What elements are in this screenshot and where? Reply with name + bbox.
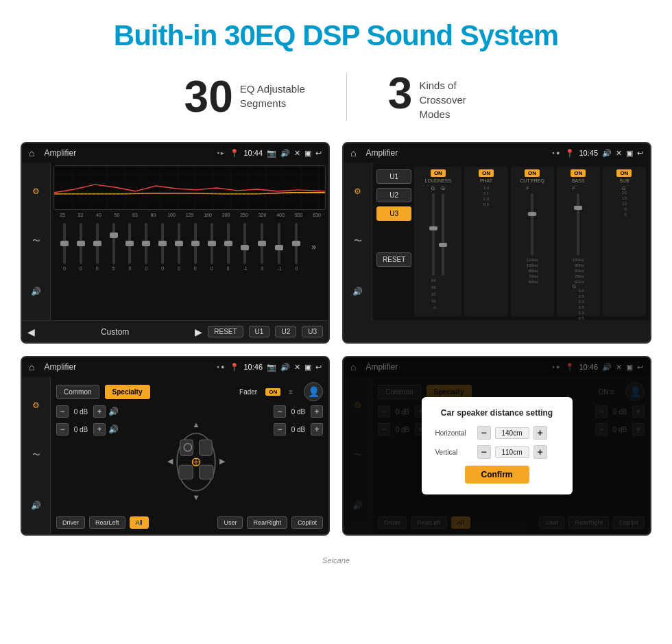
vertical-minus-btn[interactable]: − bbox=[477, 445, 491, 459]
all-btn[interactable]: All bbox=[130, 516, 149, 529]
svg-rect-4 bbox=[200, 440, 213, 455]
more-sliders-icon[interactable]: » bbox=[311, 242, 316, 252]
spec-panel: Common Specialty Fader ON ≡ 👤 − 0 dB + � bbox=[51, 377, 328, 534]
eq-prev-btn[interactable]: ◀ bbox=[27, 326, 35, 337]
home-icon-3[interactable]: ⌂ bbox=[29, 361, 34, 372]
confirm-button[interactable]: Confirm bbox=[465, 466, 529, 484]
stat-crossover-number: 3 bbox=[388, 71, 413, 115]
dsp-settings-icon[interactable]: ⚙ bbox=[354, 187, 361, 196]
horizontal-plus-btn[interactable]: + bbox=[533, 426, 547, 440]
speaker-controls-right: − 0 dB + − 0 dB + bbox=[274, 405, 323, 512]
eq-volume-icon[interactable]: 🔊 bbox=[31, 287, 41, 296]
eq-slider-12[interactable]: 0 bbox=[261, 219, 263, 274]
copilot-btn[interactable]: Copilot bbox=[291, 516, 323, 529]
profile-btn[interactable]: 👤 bbox=[304, 382, 323, 401]
eq-slider-10[interactable]: 0 bbox=[227, 219, 230, 274]
dsp-wave-icon[interactable]: 〜 bbox=[354, 235, 362, 247]
right-1-minus-btn[interactable]: − bbox=[274, 405, 286, 418]
eq-bottom-bar: ◀ Custom ▶ RESET U1 U2 U3 bbox=[22, 320, 328, 342]
cutfreq-on-badge[interactable]: ON bbox=[525, 169, 540, 177]
right-2-plus-btn[interactable]: + bbox=[311, 423, 323, 436]
reset-btn[interactable]: RESET bbox=[208, 326, 243, 337]
db-row-left-2: − 0 dB + 🔊 bbox=[56, 423, 119, 436]
dsp-u2-btn[interactable]: U2 bbox=[376, 188, 411, 202]
specialty-tab-btn[interactable]: Specialty bbox=[105, 385, 150, 399]
back-icon-3: ↩ bbox=[315, 363, 322, 372]
left-1-minus-btn[interactable]: − bbox=[56, 405, 69, 418]
u3-btn[interactable]: U3 bbox=[302, 326, 323, 337]
eq-slider-0[interactable]: 0 bbox=[63, 219, 66, 274]
db-row-right-1: − 0 dB + bbox=[274, 405, 323, 418]
dsp-u3-btn[interactable]: U3 bbox=[376, 206, 411, 221]
right-1-plus-btn[interactable]: + bbox=[311, 405, 323, 418]
pin-icon-3: 📍 bbox=[230, 363, 239, 372]
close-icon-2: ✕ bbox=[616, 149, 622, 158]
eq-settings-icon[interactable]: ⚙ bbox=[32, 187, 40, 196]
left-1-plus-btn[interactable]: + bbox=[93, 405, 106, 418]
svg-rect-5 bbox=[179, 465, 193, 479]
eq-slider-6[interactable]: 0 bbox=[161, 219, 164, 274]
eq-slider-9[interactable]: 0 bbox=[211, 219, 213, 274]
stat-eq-number: 30 bbox=[184, 75, 233, 119]
eq-slider-13[interactable]: -1 bbox=[277, 219, 281, 274]
spec-volume-icon[interactable]: 🔊 bbox=[31, 501, 41, 510]
right-2-minus-btn[interactable]: − bbox=[274, 423, 286, 436]
screen-specialty: ⌂ Amplifier ▪ ● 📍 10:46 📷 🔊 ✕ ▣ ↩ ⚙ 〜 🔊 bbox=[21, 356, 330, 536]
eq-next-btn[interactable]: ▶ bbox=[195, 326, 202, 337]
speaker-icon-1: 🔊 bbox=[108, 407, 119, 416]
fader-on-badge[interactable]: ON bbox=[265, 388, 280, 396]
screen-dsp: ⌂ Amplifier ▪ ● 📍 10:45 🔊 ✕ ▣ ↩ ⚙ 〜 🔊 U1 bbox=[342, 142, 651, 344]
eq-slider-3[interactable]: 5 bbox=[112, 219, 115, 274]
dsp-volume-icon[interactable]: 🔊 bbox=[352, 287, 363, 296]
eq-wave-icon[interactable]: 〜 bbox=[32, 235, 40, 247]
spec-wave-icon[interactable]: 〜 bbox=[32, 449, 40, 461]
svg-text:▼: ▼ bbox=[192, 493, 200, 501]
sub-on-badge[interactable]: ON bbox=[616, 169, 632, 177]
vertical-plus-btn[interactable]: + bbox=[533, 445, 547, 459]
screen-dialog: ⌂ Amplifier ▪ ● 📍 10:46 🔊 ✕ ▣ ↩ ⚙ 〜 🔊 Co… bbox=[342, 356, 651, 536]
phat-on-badge[interactable]: ON bbox=[479, 169, 494, 177]
app-name-2: Amplifier bbox=[365, 148, 398, 158]
dsp-ch-loudness: ON LOUDNESS G 644832160 G bbox=[414, 167, 461, 316]
dsp-u1-btn[interactable]: U1 bbox=[376, 169, 411, 184]
eq-slider-5[interactable]: 0 bbox=[145, 219, 147, 274]
dsp-presets: U1 U2 U3 RESET bbox=[376, 167, 411, 316]
common-tab-btn[interactable]: Common bbox=[56, 385, 99, 399]
stat-crossover-label: Kinds ofCrossover Modes bbox=[419, 71, 488, 121]
stat-eq-label: EQ AdjustableSegments bbox=[240, 75, 305, 110]
home-icon-2[interactable]: ⌂ bbox=[350, 147, 356, 158]
dsp-reset-btn[interactable]: RESET bbox=[376, 252, 411, 267]
rearleft-btn[interactable]: RearLeft bbox=[89, 516, 125, 529]
close-icon-3: ✕ bbox=[294, 363, 300, 372]
driver-btn[interactable]: Driver bbox=[56, 516, 85, 529]
record-icon-2: ▪ ● bbox=[552, 150, 560, 156]
watermark: Seicane bbox=[0, 556, 672, 569]
camera-icon-1: 📷 bbox=[267, 149, 276, 158]
left-2-plus-btn[interactable]: + bbox=[93, 423, 106, 436]
horizontal-minus-btn[interactable]: − bbox=[477, 426, 491, 440]
rearright-btn[interactable]: RearRight bbox=[247, 516, 287, 529]
left-2-minus-btn[interactable]: − bbox=[56, 423, 69, 436]
u1-btn[interactable]: U1 bbox=[249, 326, 270, 337]
bass-on-badge[interactable]: ON bbox=[571, 169, 586, 177]
u2-btn[interactable]: U2 bbox=[275, 326, 296, 337]
spec-settings-icon[interactable]: ⚙ bbox=[32, 401, 40, 410]
status-bar-1: ⌂ Amplifier ▪ ▸ 📍 10:44 📷 🔊 ✕ ▣ ↩ bbox=[22, 143, 328, 163]
loudness-on-badge[interactable]: ON bbox=[431, 169, 446, 177]
time-1: 10:44 bbox=[243, 149, 263, 157]
eq-slider-1[interactable]: 0 bbox=[80, 219, 82, 274]
eq-slider-2[interactable]: 0 bbox=[96, 219, 99, 274]
dialog-vertical-row: Vertical − 110cm + bbox=[435, 445, 559, 459]
svg-rect-3 bbox=[180, 440, 193, 455]
user-btn[interactable]: User bbox=[217, 516, 243, 529]
home-icon-1[interactable]: ⌂ bbox=[29, 147, 34, 158]
eq-slider-11[interactable]: -1 bbox=[243, 219, 247, 274]
eq-slider-14[interactable]: 0 bbox=[295, 219, 298, 274]
eq-graph bbox=[53, 165, 326, 210]
eq-slider-8[interactable]: 0 bbox=[194, 219, 197, 274]
eq-slider-7[interactable]: 0 bbox=[178, 219, 180, 274]
spec-top-row: Common Specialty Fader ON ≡ 👤 bbox=[56, 382, 323, 401]
eq-slider-4[interactable]: 0 bbox=[128, 219, 131, 274]
dsp-ch-bass: ON BASS F 100Hz90Hz80Hz70Hz60Hz G 3.02.5… bbox=[557, 167, 600, 316]
time-3: 10:46 bbox=[243, 363, 263, 371]
